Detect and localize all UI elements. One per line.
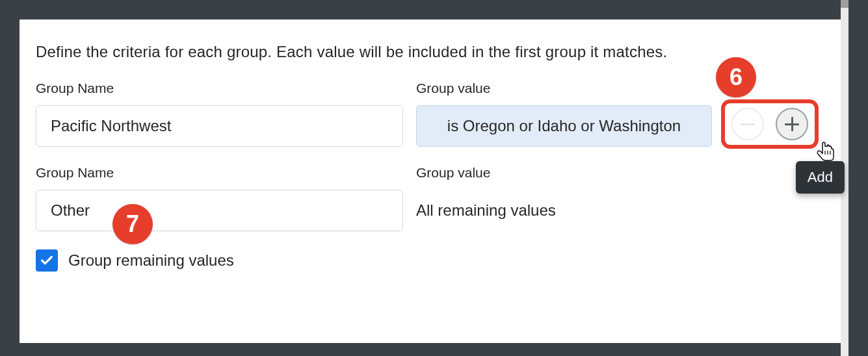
group-remaining-checkbox[interactable] (36, 249, 58, 272)
group-name-input[interactable]: Other (36, 190, 403, 231)
check-icon (40, 253, 54, 268)
add-tooltip: Add (796, 161, 845, 194)
add-group-button[interactable] (776, 108, 808, 140)
group-value-column: Group value All remaining values (416, 165, 815, 231)
group-value-column: Group value is Oregon or Idaho or Washin… (416, 81, 712, 147)
group-value-input[interactable]: is Oregon or Idaho or Washington (416, 105, 712, 147)
callout-badge-6: 6 (716, 57, 756, 97)
group-value-text: is Oregon or Idaho or Washington (447, 117, 681, 135)
row-actions (725, 103, 815, 145)
scrollbar-thumb[interactable] (841, 0, 848, 8)
group-name-label: Group Name (36, 81, 403, 96)
instruction-text: Define the criteria for each group. Each… (36, 43, 815, 61)
minus-icon (741, 123, 755, 125)
callout-badge-7: 7 (112, 204, 153, 244)
group-name-label: Group Name (36, 165, 403, 181)
group-name-column: Group Name Pacific Northwest (36, 81, 403, 147)
group-name-value: Pacific Northwest (51, 117, 171, 135)
group-name-column: Group Name Other (36, 165, 403, 231)
group-row-1: Group Name Pacific Northwest Group value… (36, 81, 815, 147)
remaining-values-row: Group remaining values (36, 249, 815, 272)
group-value-label: Group value (416, 165, 815, 181)
plus-icon-v (791, 117, 793, 131)
group-name-value: Other (51, 201, 90, 220)
group-value-text: All remaining values (416, 201, 556, 220)
group-value-label: Group value (416, 81, 712, 96)
checkbox-label: Group remaining values (68, 251, 234, 270)
group-value-static: All remaining values (416, 190, 815, 231)
remove-group-button[interactable] (731, 108, 764, 140)
group-name-input[interactable]: Pacific Northwest (36, 105, 403, 147)
